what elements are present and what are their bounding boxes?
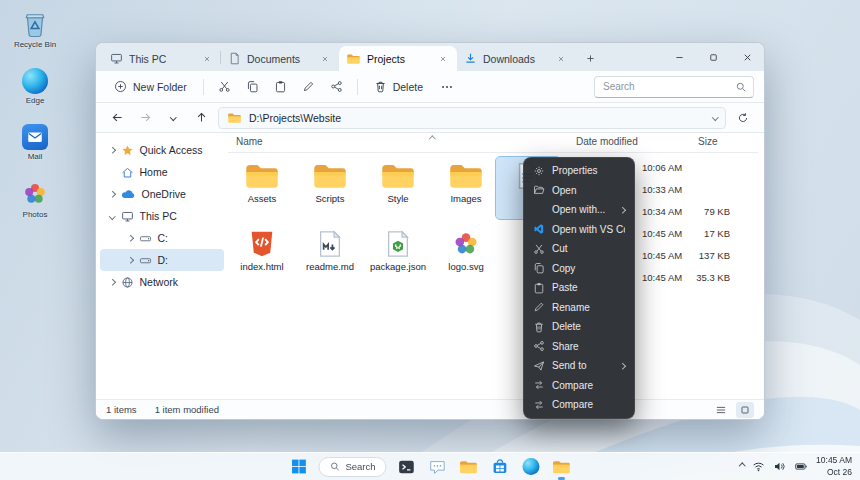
paste-button[interactable]: [268, 75, 293, 99]
taskbar-search[interactable]: Search: [318, 457, 386, 477]
details-view-button[interactable]: [712, 402, 730, 418]
close-button[interactable]: [730, 43, 764, 71]
file-tile-label: Style: [387, 194, 408, 205]
sidebar-item-drive-c[interactable]: C:: [100, 227, 224, 249]
cut-icon: [533, 243, 545, 255]
forward-button[interactable]: [134, 107, 156, 129]
taskbar-clock[interactable]: 10:45 AM Oct 26: [816, 455, 852, 477]
context-menu-item-send-to[interactable]: Send to: [528, 356, 630, 376]
cut-button[interactable]: [212, 75, 237, 99]
tab-projects[interactable]: Projects: [339, 46, 457, 71]
context-menu-item-open-with[interactable]: Open with...: [528, 200, 630, 220]
desktop-icon-mail[interactable]: Mail: [6, 124, 64, 162]
context-menu-label: Copy: [552, 263, 625, 274]
explorer-search-box[interactable]: [594, 76, 754, 98]
context-menu-item-compare-2[interactable]: Compare: [528, 395, 630, 415]
minimize-button[interactable]: [662, 43, 696, 71]
delete-button[interactable]: Delete: [366, 75, 431, 99]
taskbar-file-explorer[interactable]: [458, 456, 480, 478]
tab-close-button[interactable]: [554, 52, 568, 66]
taskbar-store[interactable]: [489, 456, 511, 478]
address-field[interactable]: D:\Projects\Website: [218, 107, 726, 129]
clock-time: 10:45 AM: [816, 455, 852, 466]
tab-downloads[interactable]: Downloads: [457, 46, 575, 71]
taskbar-chat[interactable]: [427, 456, 449, 478]
large-icons-view-button[interactable]: [736, 402, 754, 418]
tab-close-button[interactable]: [200, 52, 214, 66]
taskbar-terminal[interactable]: [396, 456, 418, 478]
battery-icon[interactable]: [794, 460, 808, 473]
tab-this-pc[interactable]: This PC: [103, 46, 221, 71]
file-tile-logo-svg[interactable]: logo.svg: [434, 225, 498, 287]
collapse-chevron-icon[interactable]: [109, 213, 115, 219]
desktop-icon-photos[interactable]: Photos: [6, 180, 64, 220]
rename-icon: [302, 80, 315, 93]
tab-label: Projects: [367, 53, 430, 65]
context-menu-item-properties[interactable]: Properties: [528, 161, 630, 181]
search-input[interactable]: [603, 81, 735, 92]
new-folder-button[interactable]: New Folder: [106, 75, 195, 99]
refresh-button[interactable]: [732, 107, 754, 129]
expand-chevron-icon[interactable]: [127, 257, 133, 263]
file-tile-package-json[interactable]: package.json: [366, 225, 430, 287]
column-header-size[interactable]: Size: [698, 136, 717, 147]
file-tile-assets[interactable]: Assets: [230, 157, 294, 219]
file-tile-images[interactable]: Images: [434, 157, 498, 219]
edge-icon: [522, 458, 539, 475]
expand-chevron-icon[interactable]: [109, 191, 115, 197]
sidebar-item-network[interactable]: Network: [100, 271, 224, 293]
chat-icon: [429, 458, 447, 476]
start-button[interactable]: [287, 456, 309, 478]
tab-close-button[interactable]: [436, 52, 450, 66]
context-menu-item-rename[interactable]: Rename: [528, 298, 630, 318]
tab-close-button[interactable]: [318, 52, 332, 66]
wifi-icon[interactable]: [752, 460, 765, 473]
volume-icon[interactable]: [773, 460, 786, 473]
column-header-name[interactable]: Name: [236, 136, 263, 147]
taskbar-edge[interactable]: [520, 456, 542, 478]
new-tab-button[interactable]: [579, 47, 601, 69]
context-menu-item-paste[interactable]: Paste: [528, 278, 630, 298]
desktop-icon-recycle-bin[interactable]: Recycle Bin: [6, 8, 64, 50]
context-menu-item-open-with-vs-code[interactable]: Open with VS Code: [528, 220, 630, 240]
context-menu-item-open[interactable]: Open: [528, 181, 630, 201]
rename-button[interactable]: [296, 75, 321, 99]
back-button[interactable]: [106, 107, 128, 129]
sidebar-item-home[interactable]: Home: [100, 161, 224, 183]
taskbar-file-explorer-active[interactable]: [551, 456, 573, 478]
explorer-window: This PC Documents Projects Downloads: [95, 42, 765, 420]
context-menu-item-share[interactable]: Share: [528, 337, 630, 357]
file-tile-readme-md[interactable]: readme.md: [298, 225, 362, 287]
context-menu-item-compare-1[interactable]: Compare: [528, 376, 630, 396]
up-button[interactable]: [190, 107, 212, 129]
terminal-icon: [398, 458, 416, 476]
desktop-icon-edge[interactable]: Edge: [6, 68, 64, 106]
copy-button[interactable]: [240, 75, 265, 99]
address-dropdown-icon[interactable]: [712, 114, 718, 120]
file-tile-index-html[interactable]: index.html: [230, 225, 294, 287]
sidebar-item-this-pc[interactable]: This PC: [100, 205, 224, 227]
maximize-button[interactable]: [696, 43, 730, 71]
sidebar-item-onedrive[interactable]: OneDrive: [100, 183, 224, 205]
share-button[interactable]: [324, 75, 349, 99]
drive-icon: [139, 254, 152, 267]
forward-icon: [139, 111, 152, 124]
file-tile-scripts[interactable]: Scripts: [298, 157, 362, 219]
expand-chevron-icon[interactable]: [109, 147, 115, 153]
more-options-button[interactable]: [434, 75, 459, 99]
recent-locations-button[interactable]: [162, 107, 184, 129]
hidden-icons-chevron-icon[interactable]: [739, 463, 745, 469]
sidebar-item-quick-access[interactable]: Quick Access: [100, 139, 224, 161]
context-menu-item-cut[interactable]: Cut: [528, 239, 630, 259]
expand-chevron-icon[interactable]: [109, 279, 115, 285]
file-tile-label: Assets: [248, 194, 277, 205]
tab-documents[interactable]: Documents: [221, 46, 339, 71]
context-menu-item-copy[interactable]: Copy: [528, 259, 630, 279]
sidebar-item-drive-d[interactable]: D:: [100, 249, 224, 271]
file-tile-style[interactable]: Style: [366, 157, 430, 219]
context-menu-item-delete[interactable]: Delete: [528, 317, 630, 337]
compare-icon: [533, 399, 545, 411]
expand-chevron-icon[interactable]: [127, 235, 133, 241]
column-header-date-modified[interactable]: Date modified: [576, 136, 638, 147]
maximize-icon: [708, 52, 719, 63]
